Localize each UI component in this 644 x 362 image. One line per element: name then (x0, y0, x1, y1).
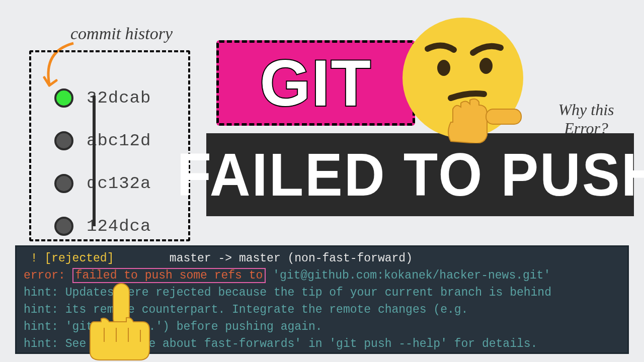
commit-history-label: commit history (70, 24, 173, 43)
commit-row: abc12d (31, 119, 188, 162)
terminal-hint: hint: 'git pull ...') before pushing aga… (24, 320, 323, 333)
commit-hash: 124dca (87, 217, 151, 236)
pointing-hand-icon (83, 282, 158, 362)
commit-node-head-icon (54, 88, 73, 108)
terminal-error-label: error: (24, 269, 72, 282)
commit-row: dc132a (31, 162, 188, 205)
commit-hash: dc132a (87, 174, 151, 193)
terminal-remote-url: 'git@github.com:kokanek/hacker-news.git' (266, 269, 550, 282)
headline-bar: FAILED TO PUSH (206, 133, 634, 216)
svg-point-2 (479, 58, 493, 74)
thinking-face-icon (397, 13, 528, 143)
svg-point-1 (437, 60, 450, 76)
commit-node-icon (54, 217, 73, 236)
commit-hash: 32dcab (87, 88, 151, 108)
commit-node-icon (54, 174, 73, 193)
why-error-caption: Why this Error? (543, 101, 629, 138)
commit-history-panel: 32dcab abc12d dc132a 124dca (29, 50, 190, 241)
commit-hash: abc12d (87, 131, 151, 150)
terminal-error-highlight: failed to push some refs to (72, 268, 266, 283)
git-badge: GIT (216, 40, 415, 126)
svg-rect-3 (486, 109, 521, 124)
commit-row: 32dcab (31, 76, 188, 119)
commit-chain-line (93, 96, 96, 226)
commit-node-icon (54, 131, 73, 150)
commit-row: 124dca (31, 205, 188, 247)
terminal-branch-info: master -> master (non-fast-forward) (114, 252, 413, 265)
terminal-rejected: ! [rejected] (24, 252, 114, 265)
git-badge-text: GIT (260, 45, 372, 121)
headline-text: FAILED TO PUSH (177, 140, 644, 210)
